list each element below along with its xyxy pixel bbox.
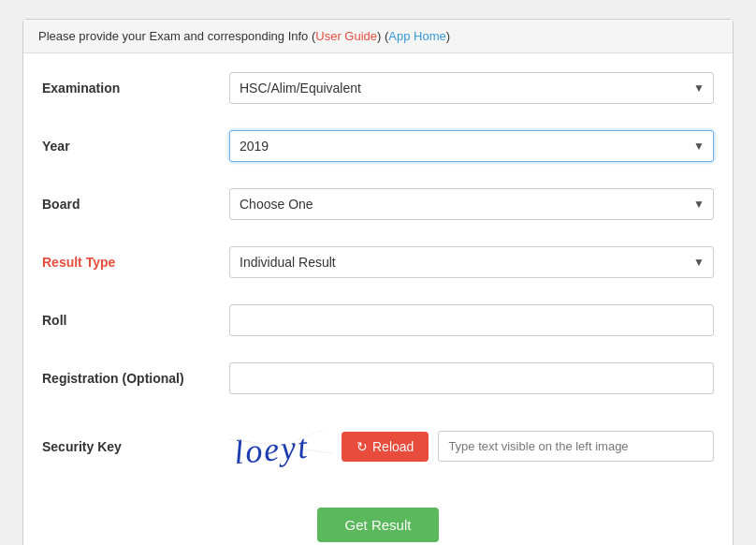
roll-row: Roll	[42, 295, 714, 346]
year-select[interactable]: 2019 2018 2017 2016 2015	[229, 130, 714, 162]
reload-icon: ↻	[356, 439, 368, 454]
result-type-select[interactable]: Individual Result Institution Result	[229, 246, 714, 278]
roll-label: Roll	[42, 313, 229, 328]
info-bar: Please provide your Exam and correspondi…	[23, 20, 733, 53]
registration-row: Registration (Optional)	[42, 353, 714, 404]
board-select-wrapper: Choose One Dhaka Rajshahi Comilla Jessor…	[229, 188, 714, 220]
board-label: Board	[42, 197, 229, 212]
get-result-button[interactable]: Get Result	[317, 508, 440, 542]
result-type-label: Result Type	[42, 255, 229, 270]
reload-button[interactable]: ↻ Reload	[342, 432, 429, 462]
main-container: Please provide your Exam and correspondi…	[22, 19, 734, 545]
captcha-image: loeyt	[229, 420, 332, 472]
registration-input[interactable]	[229, 362, 714, 394]
examination-select-wrapper: HSC/Alim/Equivalent SSC/Dakhil/Equivalen…	[229, 72, 714, 104]
board-select[interactable]: Choose One Dhaka Rajshahi Comilla Jessor…	[229, 188, 714, 220]
security-key-label: Security Key	[42, 439, 229, 454]
reload-label: Reload	[372, 439, 414, 454]
info-end: )	[446, 29, 450, 43]
security-key-row: Security Key loeyt ↻ Reload	[42, 411, 714, 481]
captcha-svg: loeyt	[229, 420, 332, 472]
form-body: Examination HSC/Alim/Equivalent SSC/Dakh…	[23, 53, 733, 545]
examination-select[interactable]: HSC/Alim/Equivalent SSC/Dakhil/Equivalen…	[229, 72, 714, 104]
info-text: Please provide your Exam and correspondi…	[38, 29, 315, 43]
svg-text:loeyt: loeyt	[232, 427, 310, 471]
captcha-input[interactable]	[438, 431, 714, 462]
roll-input[interactable]	[229, 304, 714, 336]
year-select-wrapper: 2019 2018 2017 2016 2015 ▼	[229, 130, 714, 162]
year-row: Year 2019 2018 2017 2016 2015 ▼	[42, 121, 714, 171]
submit-row: Get Result	[42, 489, 714, 545]
app-home-link[interactable]: App Home	[388, 29, 445, 43]
board-row: Board Choose One Dhaka Rajshahi Comilla …	[42, 179, 714, 229]
year-label: Year	[42, 139, 229, 154]
examination-row: Examination HSC/Alim/Equivalent SSC/Dakh…	[42, 63, 714, 113]
result-type-row: Result Type Individual Result Institutio…	[42, 237, 714, 287]
result-type-select-wrapper: Individual Result Institution Result ▼	[229, 246, 714, 278]
user-guide-link[interactable]: User Guide	[315, 29, 377, 43]
registration-label: Registration (Optional)	[42, 371, 229, 386]
examination-label: Examination	[42, 81, 229, 96]
info-separator: ) (	[377, 29, 388, 43]
